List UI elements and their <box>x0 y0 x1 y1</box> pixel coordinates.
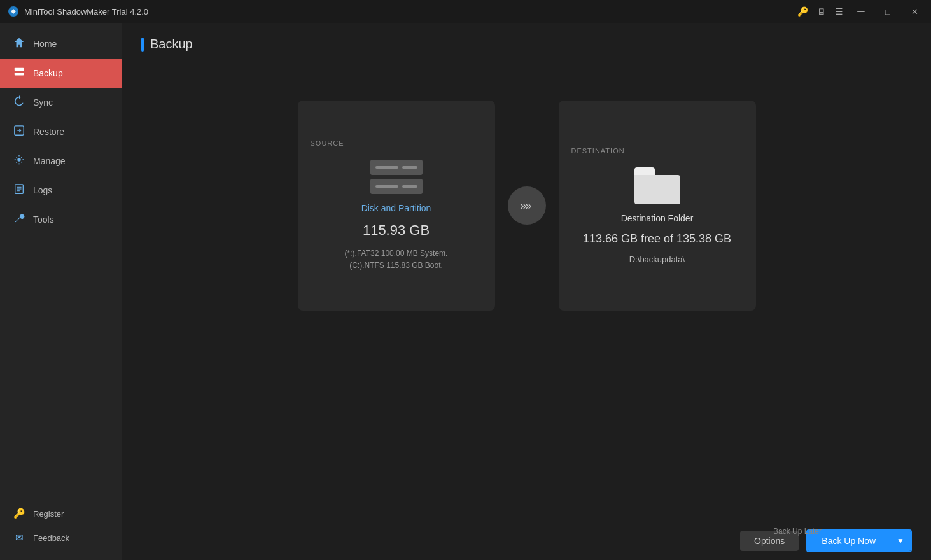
sidebar-label-tools: Tools <box>33 214 54 225</box>
app-title: MiniTool ShadowMaker Trial 4.2.0 <box>24 7 797 17</box>
disk-icon <box>370 160 423 194</box>
svg-point-4 <box>22 73 23 74</box>
sync-icon <box>13 95 25 109</box>
sidebar-label-home: Home <box>33 39 57 49</box>
page-title: Backup <box>141 37 912 52</box>
source-detail-line2: (C:).NTFS 115.83 GB Boot. <box>345 260 448 272</box>
disk-line-3 <box>375 185 398 188</box>
source-content: Disk and Partition 115.93 GB (*:).FAT32 … <box>311 160 482 272</box>
source-size: 115.93 GB <box>363 222 430 239</box>
back-up-later-label: Back Up Later <box>773 527 822 536</box>
page-header: Backup <box>122 23 931 62</box>
source-label: SOURCE <box>311 139 344 147</box>
sidebar-item-feedback[interactable]: ✉ Feedback <box>0 526 122 550</box>
feedback-label: Feedback <box>33 533 69 543</box>
restore-icon <box>13 125 25 139</box>
tools-icon <box>13 213 25 227</box>
sidebar: Home Backup Sync Restore <box>0 23 122 560</box>
disk-rect-top <box>370 160 423 175</box>
title-bar-actions: 🔑 🖥 ☰ ─ □ ✕ <box>797 3 923 20</box>
monitor-icon[interactable]: 🖥 <box>817 6 826 17</box>
destination-free: 113.66 GB free of 135.38 GB <box>583 232 731 246</box>
footer: Back Up Later Options Back Up Now ▼ <box>122 522 931 560</box>
sidebar-item-register[interactable]: 🔑 Register <box>0 501 122 526</box>
cards-row: SOURCE Dis <box>298 101 756 311</box>
sidebar-item-logs[interactable]: Logs <box>0 176 122 205</box>
arrow-button[interactable]: »» <box>508 186 546 225</box>
folder-icon <box>634 167 680 204</box>
register-label: Register <box>33 509 64 519</box>
svg-point-3 <box>22 69 23 70</box>
sidebar-item-home[interactable]: Home <box>0 29 122 59</box>
destination-card[interactable]: DESTINATION Destination Folder 113.66 GB… <box>559 101 756 311</box>
destination-type: Destination Folder <box>621 213 694 223</box>
disk-rect-bottom <box>370 179 423 194</box>
sidebar-item-sync[interactable]: Sync <box>0 88 122 117</box>
maximize-button[interactable]: □ <box>879 3 897 20</box>
source-type: Disk and Partition <box>361 203 431 213</box>
minimize-button[interactable]: ─ <box>852 3 870 20</box>
backup-icon <box>13 66 25 80</box>
title-accent-bar <box>141 38 144 52</box>
sidebar-nav: Home Backup Sync Restore <box>0 23 122 491</box>
destination-label: DESTINATION <box>571 147 625 155</box>
sidebar-label-logs: Logs <box>33 185 52 195</box>
sidebar-label-sync: Sync <box>33 97 53 108</box>
disk-line-1 <box>375 166 398 169</box>
register-icon: 🔑 <box>13 508 25 519</box>
page-title-text: Backup <box>150 37 193 52</box>
home-icon <box>13 37 25 51</box>
disk-line-4 <box>402 185 417 188</box>
backup-area: SOURCE Dis <box>122 62 931 522</box>
manage-icon <box>13 154 25 168</box>
sidebar-item-manage[interactable]: Manage <box>0 146 122 176</box>
app-logo <box>8 6 19 17</box>
folder-tab <box>634 167 655 175</box>
sidebar-item-restore[interactable]: Restore <box>0 117 122 146</box>
svg-point-6 <box>17 158 20 161</box>
folder-body <box>634 175 680 204</box>
arrow-icon: »» <box>520 199 530 213</box>
source-detail-line1: (*:).FAT32 100.00 MB System. <box>345 248 448 260</box>
title-bar: MiniTool ShadowMaker Trial 4.2.0 🔑 🖥 ☰ ─… <box>0 0 931 23</box>
destination-path: D:\backupdata\ <box>629 255 685 264</box>
source-card[interactable]: SOURCE Dis <box>298 101 495 311</box>
backup-now-group: Back Up Now ▼ <box>806 529 912 552</box>
sidebar-label-restore: Restore <box>33 127 64 137</box>
sidebar-bottom: 🔑 Register ✉ Feedback <box>0 491 122 560</box>
main-content: Backup SOURCE <box>122 23 931 560</box>
sidebar-item-backup[interactable]: Backup <box>0 59 122 88</box>
destination-content: Destination Folder 113.66 GB free of 135… <box>571 167 743 264</box>
close-button[interactable]: ✕ <box>906 3 923 20</box>
sidebar-item-tools[interactable]: Tools <box>0 205 122 234</box>
sidebar-label-backup: Backup <box>33 68 63 78</box>
dropdown-arrow-icon: ▼ <box>897 536 904 545</box>
app-body: Home Backup Sync Restore <box>0 23 931 560</box>
key-icon[interactable]: 🔑 <box>797 6 808 17</box>
disk-line-2 <box>402 166 417 169</box>
source-detail: (*:).FAT32 100.00 MB System. (C:).NTFS 1… <box>345 248 448 272</box>
logs-icon <box>13 183 25 197</box>
backup-dropdown-button[interactable]: ▼ <box>890 531 911 551</box>
sidebar-label-manage: Manage <box>33 156 66 166</box>
feedback-icon: ✉ <box>13 532 25 543</box>
menu-icon[interactable]: ☰ <box>835 6 843 17</box>
